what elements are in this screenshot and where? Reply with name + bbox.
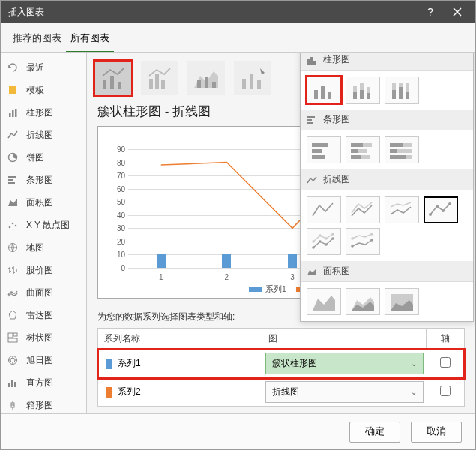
series-type-select-2[interactable]: 折线图⌄ — [265, 381, 424, 403]
sidebar-item-label: X Y 散点图 — [26, 219, 70, 232]
svg-rect-40 — [205, 76, 208, 88]
svg-marker-8 — [8, 199, 17, 206]
sidebar-item-template[interactable]: 模板 — [1, 79, 86, 101]
sidebar-item-scatter[interactable]: X Y 散点图 — [1, 214, 86, 236]
svg-point-92 — [331, 232, 334, 236]
picker-thumb-line-markers[interactable] — [424, 196, 458, 224]
svg-rect-37 — [161, 80, 165, 89]
svg-rect-35 — [149, 79, 153, 89]
sidebar-item-pie[interactable]: 饼图 — [1, 146, 86, 169]
sidebar-item-label: 饼图 — [26, 152, 44, 164]
sidebar-item-sunburst[interactable]: 旭日图 — [1, 349, 86, 371]
combo-subtype-custom[interactable] — [234, 61, 271, 95]
series-type-value: 折线图 — [272, 386, 299, 398]
picker-section-line: 折线图 — [301, 170, 473, 190]
combo-subtype-2[interactable] — [141, 61, 178, 95]
svg-rect-54 — [360, 90, 364, 99]
combo-subtype-3[interactable] — [187, 61, 225, 95]
ok-button[interactable]: 确定 — [349, 422, 400, 442]
sidebar-item-label: 旭日图 — [26, 354, 53, 367]
close-icon — [453, 8, 462, 16]
picker-thumb-stacked-line-markers[interactable] — [307, 228, 341, 255]
svg-rect-47 — [313, 61, 316, 64]
series-secondary-axis-checkbox-1[interactable] — [440, 357, 451, 368]
series-row-2[interactable]: 系列2 折线图⌄ — [98, 378, 464, 406]
svg-rect-58 — [392, 90, 396, 99]
sidebar-item-boxplot[interactable]: 箱形图 — [1, 394, 86, 413]
svg-rect-70 — [351, 143, 363, 147]
svg-rect-7 — [8, 182, 15, 184]
sidebar-item-radar[interactable]: 雷达图 — [1, 304, 86, 326]
sidebar-item-label: 曲面图 — [26, 286, 53, 299]
svg-point-87 — [325, 243, 328, 246]
svg-rect-3 — [15, 109, 17, 117]
picker-section-area: 面积图 — [301, 261, 473, 282]
map-icon — [7, 242, 19, 254]
sunburst-icon — [7, 354, 19, 366]
series-secondary-axis-checkbox-2[interactable] — [440, 386, 451, 396]
chart-type-picker-panel: 柱形图 条形图 折线图 — [300, 53, 474, 322]
series-type-select-1[interactable]: 簇状柱形图⌄ — [265, 352, 424, 374]
svg-rect-52 — [353, 92, 357, 99]
svg-point-10 — [12, 223, 14, 225]
picker-thumb-100-stacked-bar[interactable] — [385, 136, 419, 164]
tab-all-charts[interactable]: 所有图表 — [66, 28, 114, 52]
picker-thumb-100-stacked-area[interactable] — [385, 288, 419, 315]
picker-thumb-stacked-area[interactable] — [346, 288, 380, 315]
picker-section-label: 条形图 — [323, 113, 350, 126]
sidebar-item-map[interactable]: 地图 — [1, 236, 86, 259]
series-row-1[interactable]: 系列1 簇状柱形图⌄ — [98, 350, 464, 378]
series-table: 系列名称 图 轴 系列1 簇状柱形图⌄ 系列2 折线图⌄ — [97, 328, 465, 406]
series-type-value: 簇状柱形图 — [272, 357, 317, 370]
sidebar-item-area[interactable]: 面积图 — [1, 191, 86, 214]
svg-rect-34 — [118, 82, 121, 89]
dialog-footer: 确定 取消 — [1, 413, 475, 449]
combo-subtype-clustered-column-line[interactable] — [94, 61, 132, 95]
svg-rect-50 — [328, 92, 331, 99]
scatter-icon — [7, 219, 19, 231]
sidebar-item-line[interactable]: 折线图 — [1, 124, 86, 146]
svg-rect-64 — [307, 119, 312, 122]
picker-thumb-100-stacked-column[interactable] — [385, 76, 419, 104]
svg-rect-43 — [250, 74, 253, 89]
picker-thumb-clustered-bar[interactable] — [307, 136, 341, 164]
svg-rect-39 — [197, 80, 201, 88]
svg-point-86 — [319, 240, 322, 243]
combo-subtype-custom-icon — [238, 65, 268, 91]
sidebar-item-column[interactable]: 柱形图 — [1, 101, 86, 124]
sidebar-item-treemap[interactable]: 树状图 — [1, 326, 86, 349]
cancel-button[interactable]: 取消 — [411, 422, 462, 442]
treemap-icon — [7, 332, 19, 344]
svg-point-94 — [370, 238, 373, 242]
tab-recommended[interactable]: 推荐的图表 — [8, 28, 66, 52]
picker-thumb-line[interactable] — [307, 196, 341, 224]
svg-point-11 — [15, 225, 17, 227]
picker-thumb-stacked-line[interactable] — [346, 196, 380, 224]
sidebar-item-stock[interactable]: 股价图 — [1, 259, 86, 281]
svg-rect-67 — [312, 149, 322, 153]
picker-thumb-area[interactable] — [307, 288, 341, 315]
svg-rect-33 — [110, 76, 114, 89]
svg-rect-80 — [390, 155, 406, 159]
svg-rect-68 — [312, 155, 325, 159]
bar-icon — [7, 174, 19, 186]
svg-rect-20 — [11, 380, 13, 387]
picker-section-column: 柱形图 — [301, 53, 473, 70]
svg-point-91 — [325, 237, 328, 240]
picker-thumb-100-stacked-line-markers[interactable] — [346, 228, 380, 255]
insert-chart-dialog: 插入图表 ? 推荐的图表 所有图表 最近 模板 柱形图 折线图 饼图 条形图 面… — [0, 0, 476, 450]
sidebar-item-bar[interactable]: 条形图 — [1, 169, 86, 191]
sidebar-item-histogram[interactable]: 直方图 — [1, 371, 86, 394]
sidebar-item-label: 雷达图 — [26, 309, 53, 322]
help-button[interactable]: ? — [417, 1, 444, 23]
sidebar-item-recent[interactable]: 最近 — [1, 56, 86, 79]
picker-thumb-clustered-column[interactable] — [307, 76, 341, 104]
stock-icon — [7, 264, 19, 276]
sidebar-item-surface[interactable]: 曲面图 — [1, 281, 86, 304]
picker-thumb-stacked-bar[interactable] — [346, 136, 380, 164]
svg-rect-48 — [314, 90, 318, 99]
chevron-down-icon: ⌄ — [411, 388, 417, 396]
close-button[interactable] — [444, 1, 471, 23]
picker-thumb-100-stacked-line[interactable] — [385, 196, 419, 224]
picker-thumb-stacked-column[interactable] — [346, 76, 380, 104]
